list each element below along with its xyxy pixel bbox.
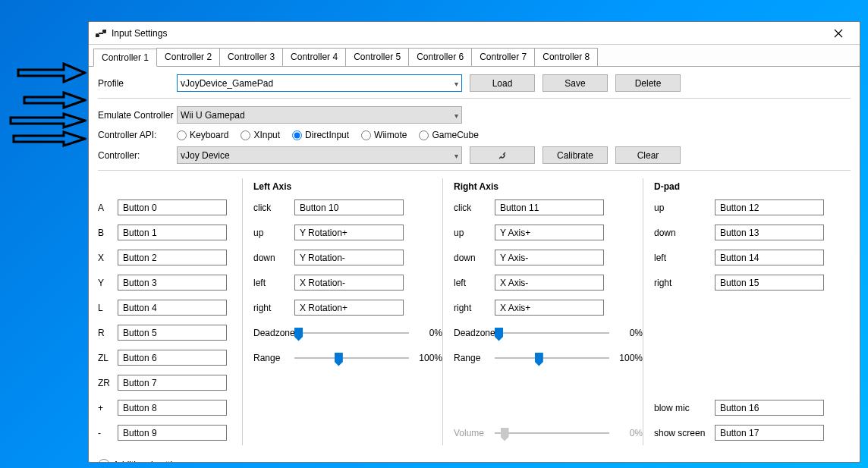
right-deadzone-row: Deadzone 0%	[454, 320, 643, 345]
map-row: rightButton 15	[654, 270, 851, 295]
left-deadzone-value: 0%	[415, 328, 442, 338]
map-row: upY Rotation+	[253, 220, 442, 245]
map-row: ZRButton 7	[98, 370, 242, 395]
tab-controller-7[interactable]: Controller 7	[471, 48, 535, 66]
emulate-value: Wii U Gamepad	[181, 110, 245, 121]
calibrate-button[interactable]: Calibrate	[542, 146, 608, 164]
emulate-combo[interactable]: Wii U Gamepad ▾	[177, 106, 462, 124]
emulate-label: Emulate Controller	[98, 110, 177, 121]
volume-label: Volume	[454, 428, 495, 438]
save-button[interactable]: Save	[542, 74, 608, 92]
map-bind-box[interactable]: Button 1	[118, 225, 227, 240]
volume-slider	[495, 426, 609, 441]
map-bind-box[interactable]: Button 15	[715, 275, 824, 291]
blow-mic-bind[interactable]: Button 16	[715, 400, 824, 416]
map-bind-box[interactable]: Button 8	[118, 400, 227, 416]
map-row: +Button 8	[98, 395, 242, 420]
left-deadzone-slider[interactable]	[294, 325, 409, 341]
right-deadzone-label: Deadzone	[454, 328, 495, 338]
plug-icon	[497, 150, 508, 161]
window-title: Input Settings	[112, 28, 823, 39]
api-radio-wiimote[interactable]: Wiimote	[361, 130, 407, 140]
map-bind-box[interactable]: Button 4	[118, 300, 227, 316]
map-bind-box[interactable]: Button 9	[118, 425, 227, 441]
profile-value: vJoyDevice_GamePad	[181, 78, 273, 89]
map-row: upButton 12	[654, 195, 851, 220]
close-button[interactable]	[823, 23, 854, 44]
connect-button[interactable]	[470, 146, 535, 164]
tab-controller-4[interactable]: Controller 4	[282, 48, 346, 66]
map-bind-box[interactable]: Button 3	[118, 275, 227, 291]
map-key: Y	[98, 278, 118, 288]
map-row: YButton 3	[98, 270, 242, 295]
map-bind-box[interactable]: Button 10	[294, 199, 404, 215]
right-deadzone-slider[interactable]	[495, 325, 609, 341]
show-screen-bind[interactable]: Button 17	[715, 425, 824, 441]
map-key: ZL	[98, 353, 118, 363]
map-key: left	[454, 278, 495, 288]
map-bind-box[interactable]: Button 11	[495, 199, 604, 215]
tab-controller-8[interactable]: Controller 8	[534, 48, 598, 66]
api-radio-group: KeyboardXInputDirectInputWiimoteGameCube	[177, 130, 479, 140]
map-bind-box[interactable]: Button 0	[118, 199, 227, 215]
annotation-arrow	[17, 62, 86, 83]
tab-controller-3[interactable]: Controller 3	[219, 48, 283, 66]
map-row: XButton 2	[98, 245, 242, 270]
tab-controller-2[interactable]: Controller 2	[156, 48, 220, 66]
annotation-arrow	[12, 130, 86, 147]
col-left-axis: Left Axis clickButton 10upY Rotation+dow…	[242, 178, 442, 445]
controller-combo[interactable]: vJoy Device ▾	[177, 146, 462, 164]
map-bind-box[interactable]: Y Rotation-	[294, 250, 404, 265]
api-radio-gamecube[interactable]: GameCube	[419, 130, 478, 140]
map-bind-box[interactable]: Button 2	[118, 250, 227, 265]
load-button[interactable]: Load	[470, 74, 535, 92]
right-range-label: Range	[454, 353, 495, 363]
map-bind-box[interactable]: Button 13	[715, 225, 824, 240]
map-bind-box[interactable]: X Rotation+	[294, 300, 404, 316]
api-radio-keyboard[interactable]: Keyboard	[177, 130, 228, 140]
map-key: B	[98, 228, 118, 238]
map-bind-box[interactable]: X Rotation-	[294, 275, 404, 291]
chevron-down-icon: ▾	[454, 111, 458, 119]
tab-controller-1[interactable]: Controller 1	[93, 49, 157, 67]
map-bind-box[interactable]: X Axis+	[495, 300, 604, 316]
map-bind-box[interactable]: Y Rotation+	[294, 225, 404, 240]
api-radio-directinput[interactable]: DirectInput	[292, 130, 349, 140]
map-key: up	[454, 228, 495, 238]
delete-button[interactable]: Delete	[615, 74, 681, 92]
col-buttons: AButton 0BButton 1XButton 2YButton 3LBut…	[98, 178, 242, 445]
right-range-slider[interactable]	[495, 350, 609, 366]
profile-combo[interactable]: vJoyDevice_GamePad ▾	[177, 74, 462, 92]
map-bind-box[interactable]: Y Axis-	[495, 250, 604, 265]
map-bind-box[interactable]: Button 6	[118, 350, 227, 366]
separator	[98, 98, 851, 99]
map-key: right	[454, 303, 495, 313]
tab-controller-6[interactable]: Controller 6	[408, 48, 472, 66]
input-settings-window: Input Settings Controller 1Controller 2C…	[88, 21, 860, 463]
blow-mic-label: blow mic	[654, 403, 715, 413]
map-bind-box[interactable]: Button 12	[715, 199, 824, 215]
map-bind-box[interactable]: Y Axis+	[495, 225, 604, 240]
additional-settings-toggle[interactable]: ⌄ Additional settings	[98, 459, 851, 462]
map-row: AButton 0	[98, 195, 242, 220]
map-bind-box[interactable]: Button 5	[118, 325, 227, 341]
controller-icon	[95, 27, 107, 39]
map-key: X	[98, 253, 118, 263]
map-bind-box[interactable]: Button 7	[118, 375, 227, 391]
map-bind-box[interactable]: Button 14	[715, 250, 824, 265]
left-range-slider[interactable]	[294, 350, 409, 366]
clear-button[interactable]: Clear	[615, 146, 681, 164]
map-row: -Button 9	[98, 420, 242, 445]
api-radio-xinput[interactable]: XInput	[241, 130, 280, 140]
tab-controller-5[interactable]: Controller 5	[345, 48, 409, 66]
col-dpad: D-pad upButton 12downButton 13leftButton…	[643, 178, 851, 445]
chevron-down-icon: ⌄	[98, 459, 110, 462]
map-row: leftButton 14	[654, 245, 851, 270]
left-axis-header: Left Axis	[253, 178, 442, 195]
map-row: BButton 1	[98, 220, 242, 245]
map-bind-box[interactable]: X Axis-	[495, 275, 604, 291]
map-key: +	[98, 403, 118, 413]
tab-content: Profile vJoyDevice_GamePad ▾ Load Save D…	[89, 67, 860, 462]
map-key: click	[454, 203, 495, 213]
api-label: Controller API:	[98, 130, 177, 140]
